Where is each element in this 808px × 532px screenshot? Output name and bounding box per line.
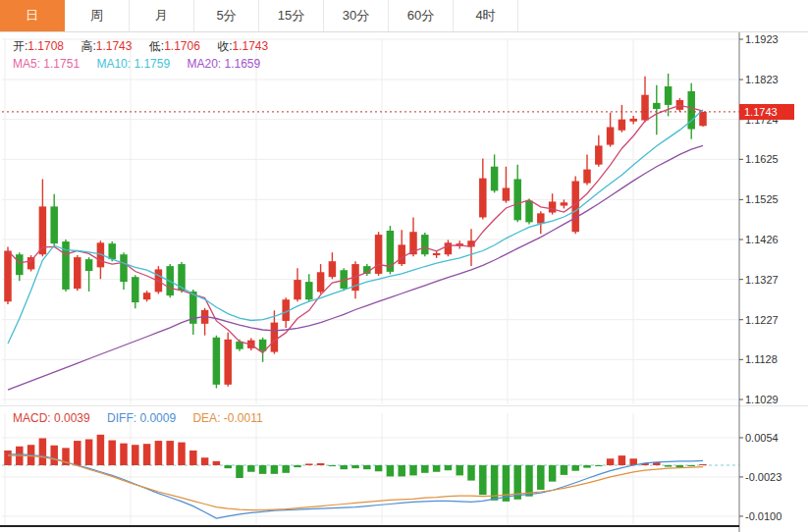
- svg-text:1.1923: 1.1923: [745, 33, 779, 45]
- period-tab-4[interactable]: 15分: [259, 0, 324, 31]
- low-value: 1.1706: [164, 39, 200, 53]
- diff-value: 0.0009: [139, 411, 176, 425]
- main-candlestick-chart[interactable]: 1.19231.18231.17241.16251.15251.14261.13…: [0, 32, 808, 405]
- period-tab-0[interactable]: 日: [0, 0, 65, 31]
- period-tab-6[interactable]: 60分: [389, 0, 454, 31]
- period-tab-1[interactable]: 周: [65, 0, 130, 31]
- svg-text:1.1128: 1.1128: [745, 353, 778, 365]
- period-tab-5[interactable]: 30分: [324, 0, 389, 31]
- period-tabbar: 日周月5分15分30分60分4时: [0, 0, 808, 32]
- macd-histogram: [4, 435, 707, 502]
- open-label: 开:: [13, 39, 27, 53]
- ma20-value: 1.1659: [225, 57, 261, 71]
- quote-row: 开:1.1708 高:1.1743 低:1.1706 收:1.1743: [13, 38, 282, 55]
- svg-text:0.0054: 0.0054: [745, 432, 779, 444]
- diff-label: DIFF:: [107, 411, 136, 425]
- macd-legend-row: MACD: 0.0039 DIFF: 0.0009 DEA: -0.0011: [13, 411, 277, 425]
- dea-label: DEA:: [192, 411, 220, 425]
- ma10-value: 1.1759: [134, 57, 170, 71]
- ma10-label: MA10:: [96, 57, 131, 71]
- ma5-label: MA5:: [13, 57, 40, 71]
- svg-text:1.1227: 1.1227: [745, 314, 779, 326]
- svg-text:1.1327: 1.1327: [745, 274, 779, 286]
- ma-legend-row: MA5: 1.1751 MA10: 1.1759 MA20: 1.1659: [13, 57, 274, 71]
- trading-chart-app: 日周月5分15分30分60分4时 开:1.1708 高:1.1743 低:1.1…: [0, 0, 808, 532]
- svg-text:1.1525: 1.1525: [745, 193, 779, 205]
- svg-text:-0.0023: -0.0023: [745, 471, 781, 483]
- period-tab-7[interactable]: 4时: [454, 0, 518, 31]
- close-label: 收:: [217, 39, 232, 53]
- high-value: 1.1743: [96, 39, 133, 53]
- period-tab-3[interactable]: 5分: [194, 0, 259, 31]
- high-label: 高:: [81, 39, 95, 53]
- period-tab-2[interactable]: 月: [130, 0, 194, 31]
- open-value: 1.1708: [27, 39, 64, 53]
- svg-text:-0.0100: -0.0100: [745, 510, 781, 522]
- svg-text:1.1625: 1.1625: [745, 153, 779, 165]
- candles: [4, 74, 707, 389]
- dea-value: -0.0011: [224, 411, 263, 425]
- macd-value: 0.0039: [54, 411, 90, 425]
- ma20-label: MA20:: [187, 57, 221, 71]
- price-axis-labels: 1.19231.18231.17241.16251.15251.14261.13…: [739, 33, 779, 405]
- macd-axis-labels: 0.0054-0.0023-0.0100: [739, 432, 781, 522]
- svg-text:1.1426: 1.1426: [745, 234, 779, 245]
- macd-label: MACD:: [13, 411, 51, 425]
- svg-text:1.1823: 1.1823: [745, 74, 779, 85]
- ma5-value: 1.1751: [43, 57, 80, 71]
- close-value: 1.1743: [233, 39, 269, 53]
- svg-text:1.1029: 1.1029: [745, 394, 779, 405]
- last-price-badge: 1.1743: [739, 104, 794, 120]
- low-label: 低:: [149, 39, 164, 53]
